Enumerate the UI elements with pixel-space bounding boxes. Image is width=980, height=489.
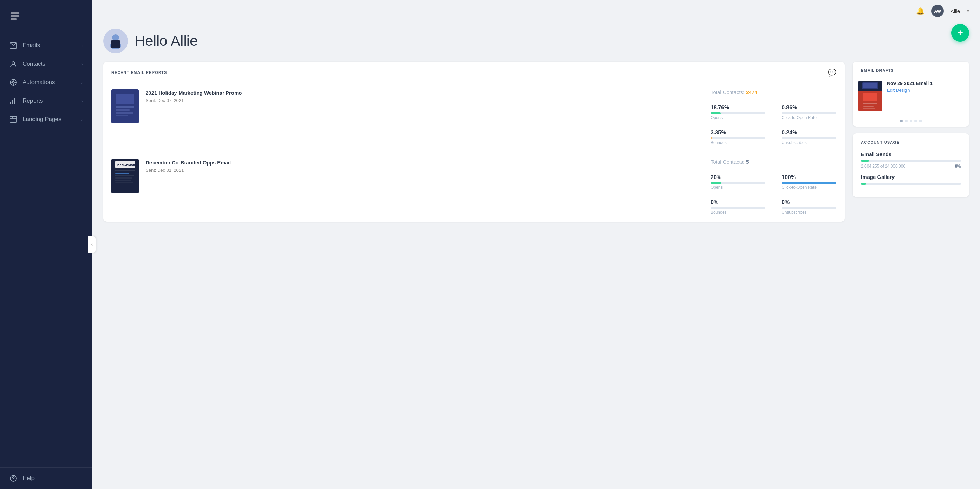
- notification-bell-icon[interactable]: 🔔: [916, 7, 924, 15]
- usage-email-sends-bar: [861, 160, 869, 162]
- recent-reports-card-header: RECENT EMAIL REPORTS 💬: [103, 62, 845, 82]
- carousel-dot-5[interactable]: [919, 120, 922, 123]
- report-name-2: December Co-Branded Opps Email: [146, 159, 704, 166]
- page-title: Hello Allie: [135, 33, 198, 49]
- dashboard-columns: RECENT EMAIL REPORTS 💬: [103, 62, 969, 221]
- draft-edit-button[interactable]: Edit Design: [887, 88, 964, 93]
- main-column: RECENT EMAIL REPORTS 💬: [103, 62, 845, 221]
- sidebar-item-help[interactable]: Help: [10, 475, 83, 482]
- stat-opens-1: 18.76% Opens: [711, 105, 765, 120]
- draft-info-1: Nov 29 2021 Email 1 Edit Design: [887, 81, 964, 93]
- carousel-dot-2[interactable]: [905, 120, 907, 123]
- user-name[interactable]: Allie: [951, 8, 960, 14]
- svg-point-4: [12, 62, 15, 64]
- account-usage-card: ACCOUNT USAGE Email Sends 2,004,255 of 2…: [853, 133, 969, 197]
- side-column: EMAIL DRAFTS: [853, 62, 969, 197]
- sidebar-item-landing-pages-label: Landing Pages: [22, 116, 61, 123]
- svg-rect-27: [116, 115, 128, 116]
- svg-rect-35: [115, 180, 130, 181]
- user-menu-chevron-icon[interactable]: ▾: [967, 8, 969, 13]
- account-usage-title: ACCOUNT USAGE: [861, 140, 961, 144]
- report-thumb-1: [111, 89, 139, 123]
- sidebar-item-reports-label: Reports: [22, 97, 43, 104]
- draft-item-1[interactable]: Nov 29 2021 Email 1 Edit Design: [853, 76, 969, 116]
- usage-email-sends-meta: 2,004,255 of 24,000,000 8%: [861, 164, 961, 169]
- content-area: + Hello Allie RECENT EMAIL REPORTS 💬: [92, 22, 980, 489]
- svg-point-18: [13, 480, 14, 481]
- usage-email-sends-label: Email Sends: [861, 151, 961, 157]
- topbar: 🔔 AW Allie ▾: [92, 0, 980, 22]
- sidebar-item-contacts-label: Contacts: [22, 61, 46, 67]
- draft-name: Nov 29 2021 Email 1: [887, 81, 964, 86]
- carousel-dot-4[interactable]: [914, 120, 917, 123]
- svg-rect-33: [115, 175, 134, 176]
- svg-point-19: [112, 34, 119, 41]
- carousel-dot-3[interactable]: [910, 120, 912, 123]
- svg-rect-36: [115, 182, 133, 183]
- report-stats-1: 18.76% Opens 3.35% Bounces: [711, 105, 836, 145]
- carousel-dot-1[interactable]: [900, 120, 903, 123]
- logo[interactable]: [0, 0, 92, 33]
- user-avatar: AW: [931, 5, 944, 17]
- svg-rect-24: [116, 106, 134, 108]
- email-drafts-header: EMAIL DRAFTS: [853, 62, 969, 76]
- chat-icon[interactable]: 💬: [828, 68, 836, 76]
- fab-add-button[interactable]: +: [951, 24, 969, 42]
- sidebar: Emails › Contacts ›: [0, 0, 92, 489]
- report-item-1[interactable]: 2021 Holiday Marketing Webinar Promo Sen…: [103, 82, 845, 152]
- svg-rect-42: [864, 106, 873, 107]
- draft-thumbnail: [858, 81, 882, 111]
- page-header: Hello Allie: [103, 29, 969, 53]
- svg-point-6: [12, 81, 14, 83]
- svg-rect-13: [14, 99, 15, 104]
- total-contacts-1: Total Contacts: 2474: [711, 89, 836, 95]
- svg-rect-40: [864, 93, 877, 101]
- automations-chevron-icon: ›: [81, 80, 83, 85]
- sidebar-item-contacts[interactable]: Contacts ›: [0, 55, 92, 73]
- svg-rect-11: [10, 102, 11, 104]
- email-drafts-card: EMAIL DRAFTS: [853, 62, 969, 126]
- svg-rect-38: [864, 83, 877, 88]
- svg-rect-41: [864, 103, 877, 104]
- sidebar-item-landing-pages[interactable]: Landing Pages ›: [0, 110, 92, 129]
- report-info-2: December Co-Branded Opps Email Sent: Dec…: [146, 159, 704, 173]
- usage-image-gallery: Image Gallery: [861, 174, 961, 185]
- reports-chevron-icon: ›: [81, 99, 83, 104]
- report-name-1: 2021 Holiday Marketing Webinar Promo: [146, 89, 704, 96]
- report-item-2[interactable]: BENCHMARK December Co-Branded Opps Email: [103, 152, 845, 221]
- sidebar-item-emails[interactable]: Emails ›: [0, 36, 92, 55]
- sidebar-nav: Emails › Contacts ›: [0, 33, 92, 467]
- svg-rect-14: [10, 116, 17, 123]
- svg-text:BENCHMARK: BENCHMARK: [117, 163, 137, 167]
- main-area: 🔔 AW Allie ▾ + Hello Allie: [92, 0, 980, 489]
- contacts-chevron-icon: ›: [81, 62, 83, 67]
- sidebar-collapse-handle[interactable]: ‹: [88, 236, 96, 253]
- svg-rect-43: [864, 108, 875, 109]
- recent-reports-card: RECENT EMAIL REPORTS 💬: [103, 62, 845, 221]
- user-illustration-avatar: [103, 29, 128, 53]
- sidebar-item-reports[interactable]: Reports ›: [0, 92, 92, 110]
- emails-chevron-icon: ›: [81, 43, 83, 48]
- stat-unsub-1: 0.24% Unsubscribes: [782, 130, 836, 145]
- automations-icon: [10, 79, 17, 86]
- email-drafts-title: EMAIL DRAFTS: [861, 68, 894, 73]
- stat-bounces-2: 0% Bounces: [711, 199, 765, 215]
- sidebar-item-automations-label: Automations: [22, 79, 55, 86]
- report-thumb-2: BENCHMARK: [111, 159, 139, 193]
- contacts-icon: [10, 60, 17, 68]
- help-label: Help: [22, 475, 35, 482]
- stat-cto-2: 100% Click-to-Open Rate: [782, 174, 836, 190]
- svg-rect-25: [116, 110, 130, 111]
- usage-email-sends-pct: 8%: [955, 164, 961, 169]
- usage-image-gallery-bar: [861, 183, 866, 185]
- draft-carousel-dots: [853, 116, 969, 126]
- sidebar-footer: Help: [0, 467, 92, 489]
- stat-cto-1: 0.86% Click-to-Open Rate: [782, 105, 836, 120]
- usage-email-sends-count: 2,004,255 of 24,000,000: [861, 164, 905, 169]
- svg-rect-23: [116, 94, 134, 104]
- svg-rect-34: [115, 177, 132, 178]
- email-icon: [10, 42, 17, 49]
- sidebar-item-emails-label: Emails: [22, 42, 40, 49]
- report-stats-2: 20% Opens 0% Bounces: [711, 174, 836, 215]
- sidebar-item-automations[interactable]: Automations ›: [0, 73, 92, 92]
